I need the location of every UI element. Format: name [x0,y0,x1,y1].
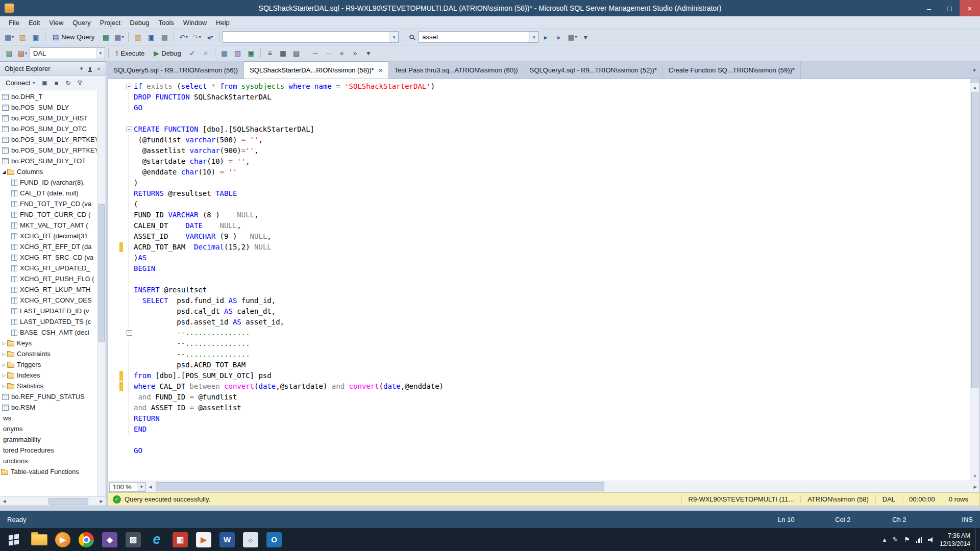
scroll-left-icon[interactable]: ◀ [0,499,9,504]
save-icon[interactable]: ▣ [145,31,157,43]
code-line[interactable]: FUND_ID VARCHAR (8 ) NULL, [108,210,970,220]
navigate-backward-icon[interactable]: ◂▾ [204,31,216,43]
pin-icon[interactable] [86,66,94,72]
code-line[interactable]: −CREATE FUNCTION [dbo].[SQLShackStarterD… [108,124,970,135]
app-icon-dark[interactable]: ▨ [121,528,145,551]
tree-collapsed-icon[interactable]: ▷ [1,341,7,346]
code-line[interactable]: --............... [108,338,970,349]
tree-item[interactable]: XCHG_RT_LKUP_MTH [0,284,97,295]
menu-view[interactable]: View [44,17,68,28]
connect-icon[interactable]: ▤ [3,47,15,59]
code-line[interactable]: INSERT @resultset [108,285,970,295]
tree-item[interactable]: FUND_ID (varchar(8), [0,177,97,188]
print-icon[interactable]: ▤ [158,31,170,43]
scroll-right-icon[interactable]: ▶ [971,485,979,489]
tree-item[interactable]: XCHG_RT_SRC_CD (va [0,252,97,263]
tree-item[interactable]: bo.POS_SUM_DLY_RPTKEY [0,145,97,156]
code-line[interactable]: from [dbo].[POS_SUM_DLY_OTC] psd [108,370,970,381]
window-position-icon[interactable]: ▾ [77,65,86,72]
pen-input-icon[interactable]: ✎ [892,536,898,543]
menu-help[interactable]: Help [211,17,234,28]
editor-hscrollbar[interactable]: ◀ ▶ [146,481,979,492]
editor-vscrollbar[interactable]: ▲ ▼ [970,79,979,481]
code-line[interactable]: RETURN [108,413,970,424]
save-project-icon[interactable]: ▣ [30,31,42,43]
tree-collapsed-icon[interactable]: ▷ [1,384,7,389]
tree-collapsed-icon[interactable]: ▷ [1,352,7,357]
menu-query[interactable]: Query [68,17,95,28]
find-combobox[interactable]: asset▾ [419,31,538,43]
labview-icon[interactable]: ▶ [192,528,215,551]
menu-tools[interactable]: Tools [154,17,179,28]
outlook-icon[interactable]: O [262,528,286,551]
tree-item[interactable]: CAL_DT (date, null) [0,188,97,198]
tree-item[interactable]: XCHG_RT_EFF_DT (da [0,241,97,252]
taskbar-clock[interactable]: 7:36 AM 12/13/2014 [940,532,975,548]
menu-file[interactable]: File [4,17,24,28]
code-line[interactable]: (@fundlist varchar(500) = '', [108,135,970,145]
tree-item[interactable]: LAST_UPDATED_ID (v [0,306,97,316]
tree-item[interactable]: bo.POS_SUM_DLY_TOT [0,156,97,166]
document-tab[interactable]: SQLQuery5.sql - R9...TRION\ssimon (56)) [108,61,244,79]
maximize-button[interactable]: □ [939,0,960,16]
code-line[interactable]: )AS [108,253,970,263]
tree-item[interactable]: unctions [0,456,97,466]
code-line[interactable]: RETURNS @resultset TABLE [108,188,970,199]
execute-button[interactable]: !Execute [112,47,149,59]
menu-project[interactable]: Project [95,17,125,28]
scroll-right-icon[interactable]: ▶ [97,499,106,504]
new-session-icon[interactable]: ▤▾ [3,31,15,43]
comment-out-icon[interactable]: -- [309,47,322,59]
code-line[interactable]: and ASSET_ID = @assetlist [108,403,970,413]
combo-dropdown-icon[interactable]: ▾ [529,32,538,42]
tree-item[interactable]: ▷Statistics [0,381,97,391]
document-tab[interactable]: Create Function SQ...TRION\ssimon (59))* [663,61,801,79]
toolbar-overflow-icon[interactable]: ▾ [362,47,375,59]
document-tab[interactable]: SQLQuery4.sql - R9...TRION\ssimon (52))* [524,61,663,79]
code-line[interactable]: psd.ACRD_TOT_BAM [108,360,970,370]
tree-collapsed-icon[interactable]: ▷ [1,373,7,378]
scroll-left-icon[interactable]: ◀ [146,485,155,489]
uncomment-icon[interactable]: -- [323,47,335,59]
open-project-icon[interactable]: ▥ [16,31,29,43]
code-line[interactable]: GO [108,103,970,113]
code-line[interactable]: ) [108,178,970,188]
document-tab[interactable]: SQLShackStarterDA...RION\ssimon (58))*× [244,61,389,79]
results-file-icon[interactable]: ▤ [290,47,303,59]
parse-icon[interactable]: ✓ [186,47,199,59]
code-line[interactable]: @enddate char(10) = '' [108,167,970,178]
tree-expanded-icon[interactable]: ◢ [1,169,7,174]
menu-edit[interactable]: Edit [24,17,44,28]
new-query-button[interactable]: ▤New Query [48,31,99,43]
code-line[interactable]: − --............... [108,328,970,338]
app-icon-red[interactable]: ▥ [168,528,192,551]
code-line[interactable]: CALEN_DT DATE NULL, [108,220,970,231]
estimated-plan-icon[interactable]: ▦ [218,47,231,59]
toolbar-overflow-icon[interactable]: ▾ [579,31,592,43]
open-folder-icon[interactable]: ▥ [132,31,144,43]
transact-combobox[interactable]: ▾ [223,31,399,43]
mdx-query-icon[interactable]: ▤▾ [113,31,125,43]
refresh-icon[interactable]: ↻ [63,78,73,88]
code-line[interactable]: psd.cal_dt AS calen_dt, [108,306,970,317]
connect-button[interactable]: Connect ▾ [3,78,38,88]
code-line[interactable]: --............... [108,349,970,360]
replace-icon[interactable]: ▸ [553,31,565,43]
find-icon[interactable] [405,31,418,43]
document-tab[interactable]: Test Pass thru3.sq...ATRION\ssimon (60)) [389,61,524,79]
cancel-query-icon[interactable]: ■ [200,47,212,59]
code-line[interactable]: END [108,424,970,435]
scroll-down-icon[interactable]: ▼ [970,472,979,481]
intellisense-icon[interactable]: ▣ [245,47,257,59]
tree-item[interactable]: tored Procedures [0,445,97,456]
query-options-icon[interactable]: ▧ [232,47,244,59]
volume-icon[interactable] [928,537,935,543]
code-line[interactable] [108,435,970,445]
code-line[interactable]: ACRD_TOT_BAM Decimal(15,2) NULL [108,242,970,253]
system-tools-icon[interactable]: ☼ [239,528,262,551]
results-text-icon[interactable]: ≡ [264,47,276,59]
tree-item[interactable]: onyms [0,423,97,434]
fold-collapse-icon[interactable]: − [127,127,132,132]
tree-item[interactable]: bo.REF_FUND_STATUS [0,391,97,402]
tab-close-icon[interactable]: × [379,66,383,74]
